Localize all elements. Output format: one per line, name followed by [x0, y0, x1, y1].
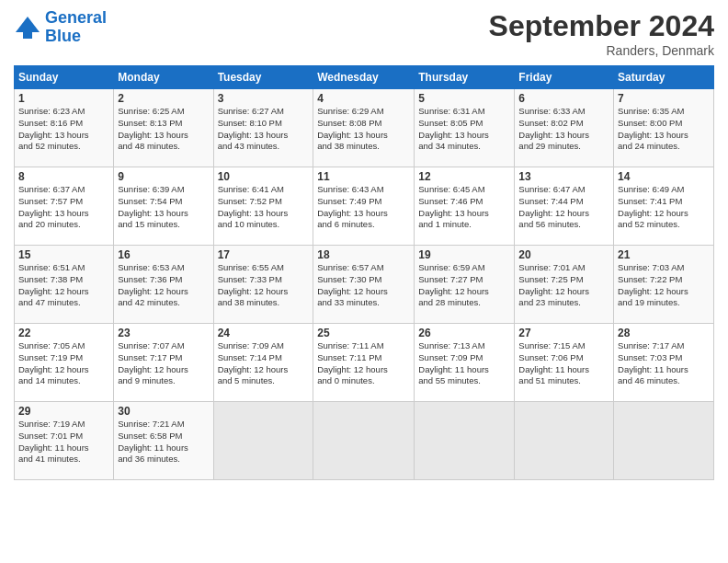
day-info: Sunrise: 6:49 AMSunset: 7:41 PMDaylight:… — [618, 184, 710, 231]
day-number: 2 — [118, 92, 209, 105]
calendar-cell: 14Sunrise: 6:49 AMSunset: 7:41 PMDayligh… — [614, 167, 714, 246]
day-info: Sunrise: 6:55 AMSunset: 7:33 PMDaylight:… — [218, 262, 310, 309]
day-number: 28 — [618, 327, 710, 339]
calendar-cell: 27Sunrise: 7:15 AMSunset: 7:06 PMDayligh… — [515, 324, 614, 402]
day-number: 10 — [218, 170, 310, 183]
calendar-cell: 21Sunrise: 7:03 AMSunset: 7:22 PMDayligh… — [614, 246, 714, 324]
calendar-body: 1Sunrise: 6:23 AMSunset: 8:16 PMDaylight… — [15, 89, 714, 480]
weekday-monday: Monday — [114, 66, 213, 89]
logo-line2: Blue — [45, 27, 81, 45]
title-area: September 2024 Randers, Denmark — [489, 9, 714, 58]
week-row-4: 29Sunrise: 7:19 AMSunset: 7:01 PMDayligh… — [15, 402, 714, 480]
day-number: 22 — [18, 327, 109, 339]
logo: General Blue — [14, 9, 107, 46]
week-row-1: 8Sunrise: 6:37 AMSunset: 7:57 PMDaylight… — [15, 167, 714, 246]
location: Randers, Denmark — [489, 43, 714, 58]
header: General Blue September 2024 Randers, Den… — [14, 9, 714, 58]
calendar-cell: 19Sunrise: 6:59 AMSunset: 7:27 PMDayligh… — [415, 246, 515, 324]
calendar: SundayMondayTuesdayWednesdayThursdayFrid… — [14, 65, 714, 480]
weekday-saturday: Saturday — [614, 66, 714, 89]
day-number: 7 — [618, 92, 710, 105]
day-info: Sunrise: 7:13 AMSunset: 7:09 PMDaylight:… — [418, 340, 510, 387]
day-info: Sunrise: 6:51 AMSunset: 7:38 PMDaylight:… — [18, 262, 109, 309]
day-info: Sunrise: 6:45 AMSunset: 7:46 PMDaylight:… — [418, 184, 510, 231]
calendar-cell: 8Sunrise: 6:37 AMSunset: 7:57 PMDaylight… — [15, 167, 114, 246]
day-number: 16 — [118, 248, 209, 261]
day-number: 23 — [118, 327, 209, 339]
day-info: Sunrise: 7:21 AMSunset: 6:58 PMDaylight:… — [118, 419, 209, 465]
calendar-cell: 10Sunrise: 6:41 AMSunset: 7:52 PMDayligh… — [213, 167, 313, 246]
day-number: 15 — [18, 248, 109, 261]
calendar-cell — [515, 402, 614, 480]
day-info: Sunrise: 6:59 AMSunset: 7:27 PMDaylight:… — [418, 262, 510, 309]
weekday-friday: Friday — [515, 66, 614, 89]
calendar-cell: 9Sunrise: 6:39 AMSunset: 7:54 PMDaylight… — [114, 167, 213, 246]
calendar-cell: 5Sunrise: 6:31 AMSunset: 8:05 PMDaylight… — [415, 89, 515, 167]
day-number: 6 — [518, 92, 609, 105]
day-info: Sunrise: 6:53 AMSunset: 7:36 PMDaylight:… — [118, 262, 209, 309]
day-number: 4 — [317, 92, 410, 105]
calendar-cell: 12Sunrise: 6:45 AMSunset: 7:46 PMDayligh… — [415, 167, 515, 246]
calendar-cell: 26Sunrise: 7:13 AMSunset: 7:09 PMDayligh… — [415, 324, 515, 402]
day-info: Sunrise: 7:17 AMSunset: 7:03 PMDaylight:… — [618, 340, 710, 387]
day-info: Sunrise: 7:09 AMSunset: 7:14 PMDaylight:… — [218, 340, 310, 387]
day-info: Sunrise: 6:29 AMSunset: 8:08 PMDaylight:… — [317, 106, 410, 153]
calendar-cell: 16Sunrise: 6:53 AMSunset: 7:36 PMDayligh… — [114, 246, 213, 324]
calendar-header: SundayMondayTuesdayWednesdayThursdayFrid… — [15, 66, 714, 89]
day-info: Sunrise: 6:31 AMSunset: 8:05 PMDaylight:… — [418, 106, 510, 153]
svg-rect-1 — [23, 32, 32, 39]
calendar-cell — [614, 402, 714, 480]
calendar-cell: 30Sunrise: 7:21 AMSunset: 6:58 PMDayligh… — [114, 402, 213, 480]
day-info: Sunrise: 6:23 AMSunset: 8:16 PMDaylight:… — [18, 106, 109, 153]
weekday-tuesday: Tuesday — [213, 66, 313, 89]
month-title: September 2024 — [489, 9, 714, 43]
day-info: Sunrise: 6:39 AMSunset: 7:54 PMDaylight:… — [118, 184, 209, 231]
day-number: 5 — [418, 92, 510, 105]
day-info: Sunrise: 6:57 AMSunset: 7:30 PMDaylight:… — [317, 262, 410, 309]
day-info: Sunrise: 7:03 AMSunset: 7:22 PMDaylight:… — [618, 262, 710, 309]
day-number: 27 — [518, 327, 609, 339]
week-row-3: 22Sunrise: 7:05 AMSunset: 7:19 PMDayligh… — [15, 324, 714, 402]
day-number: 30 — [118, 405, 209, 418]
calendar-cell: 29Sunrise: 7:19 AMSunset: 7:01 PMDayligh… — [15, 402, 114, 480]
day-info: Sunrise: 7:15 AMSunset: 7:06 PMDaylight:… — [518, 340, 609, 387]
calendar-cell: 18Sunrise: 6:57 AMSunset: 7:30 PMDayligh… — [313, 246, 415, 324]
calendar-cell: 25Sunrise: 7:11 AMSunset: 7:11 PMDayligh… — [313, 324, 415, 402]
logo-text: General Blue — [45, 9, 107, 46]
day-number: 8 — [18, 170, 109, 183]
calendar-cell: 22Sunrise: 7:05 AMSunset: 7:19 PMDayligh… — [15, 324, 114, 402]
calendar-cell: 2Sunrise: 6:25 AMSunset: 8:13 PMDaylight… — [114, 89, 213, 167]
calendar-cell: 17Sunrise: 6:55 AMSunset: 7:33 PMDayligh… — [213, 246, 313, 324]
day-info: Sunrise: 7:01 AMSunset: 7:25 PMDaylight:… — [518, 262, 609, 309]
day-number: 9 — [118, 170, 209, 183]
day-info: Sunrise: 6:37 AMSunset: 7:57 PMDaylight:… — [18, 184, 109, 231]
weekday-wednesday: Wednesday — [313, 66, 415, 89]
calendar-cell: 28Sunrise: 7:17 AMSunset: 7:03 PMDayligh… — [614, 324, 714, 402]
day-number: 19 — [418, 248, 510, 261]
day-info: Sunrise: 6:41 AMSunset: 7:52 PMDaylight:… — [218, 184, 310, 231]
calendar-cell: 11Sunrise: 6:43 AMSunset: 7:49 PMDayligh… — [313, 167, 415, 246]
calendar-cell: 24Sunrise: 7:09 AMSunset: 7:14 PMDayligh… — [213, 324, 313, 402]
calendar-cell: 20Sunrise: 7:01 AMSunset: 7:25 PMDayligh… — [515, 246, 614, 324]
day-info: Sunrise: 6:33 AMSunset: 8:02 PMDaylight:… — [518, 106, 609, 153]
calendar-cell: 15Sunrise: 6:51 AMSunset: 7:38 PMDayligh… — [15, 246, 114, 324]
day-info: Sunrise: 7:05 AMSunset: 7:19 PMDaylight:… — [18, 340, 109, 387]
day-info: Sunrise: 7:07 AMSunset: 7:17 PMDaylight:… — [118, 340, 209, 387]
day-info: Sunrise: 6:35 AMSunset: 8:00 PMDaylight:… — [618, 106, 710, 153]
day-info: Sunrise: 6:25 AMSunset: 8:13 PMDaylight:… — [118, 106, 209, 153]
calendar-cell: 4Sunrise: 6:29 AMSunset: 8:08 PMDaylight… — [313, 89, 415, 167]
day-number: 21 — [618, 248, 710, 261]
svg-marker-0 — [16, 17, 40, 32]
day-number: 18 — [317, 248, 410, 261]
logo-icon — [14, 14, 41, 41]
day-number: 20 — [518, 248, 609, 261]
day-number: 25 — [317, 327, 410, 339]
calendar-cell: 13Sunrise: 6:47 AMSunset: 7:44 PMDayligh… — [515, 167, 614, 246]
calendar-cell — [313, 402, 415, 480]
day-info: Sunrise: 7:11 AMSunset: 7:11 PMDaylight:… — [317, 340, 410, 387]
weekday-sunday: Sunday — [15, 66, 114, 89]
day-number: 1 — [18, 92, 109, 105]
calendar-cell: 3Sunrise: 6:27 AMSunset: 8:10 PMDaylight… — [213, 89, 313, 167]
day-info: Sunrise: 6:47 AMSunset: 7:44 PMDaylight:… — [518, 184, 609, 231]
weekday-thursday: Thursday — [415, 66, 515, 89]
